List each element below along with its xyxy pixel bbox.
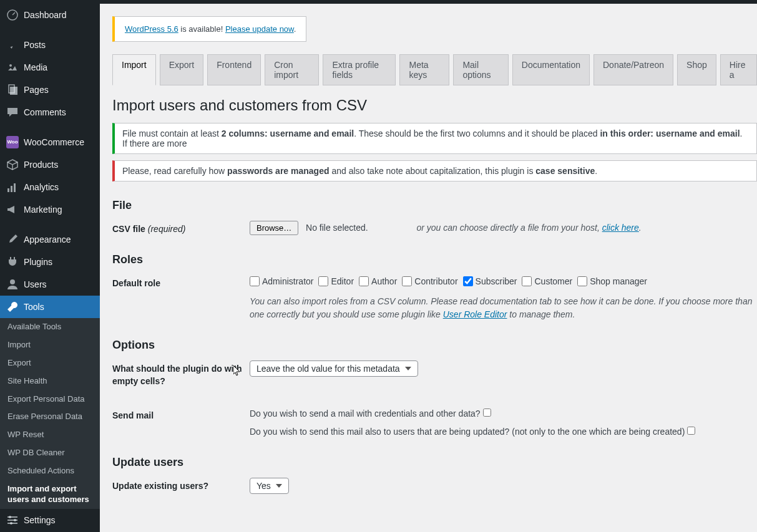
sub-export-personal[interactable]: Export Personal Data [0,390,100,409]
sidebar-item-comments[interactable]: Comments [0,101,100,123]
tab-extra-fields[interactable]: Extra profile fields [323,54,396,85]
roles-heading: Roles [112,253,757,266]
sidebar-label: Marketing [24,204,62,215]
options-heading: Options [112,339,757,352]
megaphone-icon [6,203,19,216]
role-name: Customer [534,275,572,288]
sidebar-label: Analytics [24,181,59,193]
sidebar-item-pages[interactable]: Pages [0,79,100,101]
tab-hire[interactable]: Hire a [720,54,757,85]
sendmail-checkbox-1[interactable] [483,409,491,417]
svg-rect-3 [10,87,17,95]
comment-icon [6,106,19,118]
sidebar-item-posts[interactable]: Posts [0,34,100,56]
sidebar-item-dashboard[interactable]: Dashboard [0,4,100,26]
role-checkbox[interactable] [577,276,587,286]
role-name: Shop manager [590,275,647,288]
tab-meta-keys[interactable]: Meta keys [399,54,449,85]
sub-available-tools[interactable]: Available Tools [0,318,100,336]
sub-import[interactable]: Import [0,336,100,354]
sub-wp-reset[interactable]: WP Reset [0,426,100,444]
sidebar-item-plugins[interactable]: Plugins [0,251,100,273]
media-icon [6,61,19,74]
tab-donate[interactable]: Donate/Patreon [593,54,673,85]
role-checkbox[interactable] [250,276,260,286]
sendmail-checkbox-2[interactable] [687,427,695,435]
main-content: WordPress 5.6 is available! Please updat… [100,4,757,532]
role-option-administrator[interactable]: Administrator [250,275,313,288]
sendmail-q1: Do you wish to send a mail with credenti… [250,409,481,418]
click-here-link[interactable]: click here [602,223,639,233]
role-checkbox[interactable] [402,276,412,286]
wp-version-link[interactable]: WordPress 5.6 [125,24,178,34]
users-icon [6,278,19,291]
user-role-editor-link[interactable]: User Role Editor [443,309,507,319]
sub-wp-db-cleaner[interactable]: WP DB Cleaner [0,444,100,462]
role-option-subscriber[interactable]: Subscriber [463,275,517,288]
sidebar-item-marketing[interactable]: Marketing [0,198,100,221]
tools-submenu: Available Tools Import Export Site Healt… [0,318,100,509]
sidebar-label: Pages [24,84,49,95]
sidebar-item-tools[interactable]: Tools [0,296,100,318]
role-checkbox[interactable] [359,276,369,286]
sidebar-item-analytics[interactable]: Analytics [0,176,100,198]
page-icon [6,84,19,96]
sub-import-export-users[interactable]: Import and export users and customers [0,480,100,509]
csv-file-label: CSV file (required) [112,221,250,236]
tab-cron-import[interactable]: Cron import [265,54,319,85]
sidebar-label: Settings [24,515,56,526]
plugin-tabs: Import Export Frontend Cron import Extra… [112,54,757,85]
sidebar-item-appearance[interactable]: Appearance [0,228,100,251]
sidebar-label: Products [24,159,58,170]
role-checkbox[interactable] [463,276,473,286]
empty-cells-label: What should the plugin do with empty cel… [112,360,250,387]
tab-import[interactable]: Import [112,54,156,85]
tools-icon [6,301,19,313]
no-file-text: No file selected. [306,223,368,233]
role-option-shop-manager[interactable]: Shop manager [577,275,647,288]
sidebar-item-settings[interactable]: Settings [0,509,100,531]
role-option-customer[interactable]: Customer [522,275,572,288]
role-checkbox[interactable] [318,276,328,286]
sub-erase-personal[interactable]: Erase Personal Data [0,408,100,426]
sidebar-label: Media [24,62,47,73]
role-checkbox[interactable] [522,276,532,286]
sendmail-q2: Do you wish to send this mail also to us… [250,427,685,437]
sub-scheduled-actions[interactable]: Scheduled Actions [0,462,100,480]
sidebar-item-woocommerce[interactable]: WooWooCommerce [0,131,100,153]
tab-frontend[interactable]: Frontend [207,54,261,85]
browse-button[interactable]: Browse… [250,221,298,235]
notice-text: is available! [178,24,225,34]
sidebar-label: Tools [24,301,44,312]
sidebar-label: WooCommerce [24,137,84,148]
update-now-link[interactable]: Please update now [225,24,294,34]
update-existing-label: Update existing users? [112,478,250,493]
sub-site-health[interactable]: Site Health [0,372,100,390]
send-mail-label: Send mail [112,407,250,422]
archive-icon [6,158,19,171]
settings-icon [6,514,19,526]
tab-mail-options[interactable]: Mail options [453,54,508,85]
tab-export[interactable]: Export [160,54,203,85]
update-existing-select[interactable]: Yes [250,478,289,494]
svg-rect-4 [7,188,9,192]
sidebar-label: Plugins [24,256,52,268]
role-name: Author [371,275,397,288]
sidebar-item-products[interactable]: Products [0,153,100,176]
tab-documentation[interactable]: Documentation [512,54,590,85]
svg-point-13 [10,522,12,525]
svg-point-11 [9,516,11,518]
svg-rect-6 [14,183,16,192]
dashboard-icon [6,9,19,21]
sidebar-item-users[interactable]: Users [0,273,100,296]
update-notice: WordPress 5.6 is available! Please updat… [112,16,306,42]
role-option-contributor[interactable]: Contributor [402,275,457,288]
info-message-passwords: Please, read carefully how passwords are… [112,160,757,181]
empty-cells-select[interactable]: Leave the old value for this metadata [250,360,418,377]
tab-shop[interactable]: Shop [677,54,716,85]
role-option-editor[interactable]: Editor [318,275,354,288]
sub-export[interactable]: Export [0,354,100,372]
role-option-author[interactable]: Author [359,275,397,288]
roles-help: You can also import roles from a CSV col… [250,295,757,321]
sidebar-item-media[interactable]: Media [0,56,100,79]
